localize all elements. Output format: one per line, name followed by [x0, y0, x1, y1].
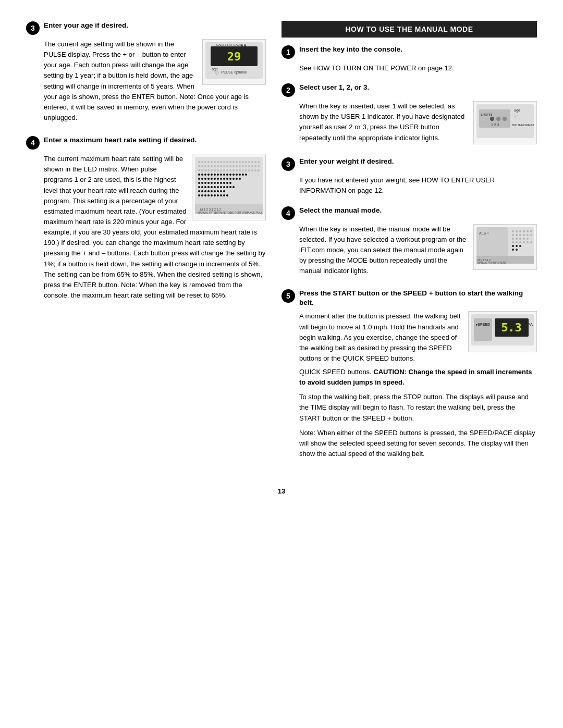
svg-point-139 [220, 194, 222, 196]
step2-header: 2 Select user 1, 2, or 3. [282, 83, 537, 97]
svg-point-23 [239, 161, 241, 163]
svg-point-21 [232, 161, 235, 163]
step4-right-title: Select the manual mode. [299, 206, 382, 215]
svg-point-161 [530, 230, 532, 232]
svg-point-35 [214, 165, 216, 167]
svg-point-24 [242, 161, 244, 163]
svg-point-102 [204, 182, 206, 184]
svg-point-131 [223, 190, 225, 192]
svg-point-178 [530, 241, 532, 243]
svg-point-70 [198, 174, 200, 176]
svg-point-105 [214, 182, 216, 184]
svg-point-50 [198, 169, 200, 171]
svg-point-93 [220, 178, 222, 180]
svg-point-123 [198, 190, 200, 192]
svg-text:MANUAL  FAT BURN  AEROBIC  PER: MANUAL FAT BURN AEROBIC PERFORMANCE PULS… [198, 211, 263, 214]
svg-point-149 [496, 117, 500, 121]
svg-point-158 [519, 230, 521, 232]
svg-point-45 [245, 165, 247, 167]
svg-point-76 [217, 174, 219, 176]
svg-point-122 [232, 186, 235, 188]
svg-point-141 [226, 194, 228, 196]
svg-point-41 [232, 165, 235, 167]
svg-point-7 [241, 44, 243, 46]
svg-point-176 [523, 241, 525, 243]
svg-point-49 [258, 165, 260, 167]
svg-point-100 [198, 182, 200, 184]
svg-point-124 [201, 190, 203, 192]
svg-point-172 [527, 238, 529, 240]
svg-point-20 [229, 161, 231, 163]
svg-point-15 [214, 161, 216, 163]
svg-point-107 [220, 182, 222, 184]
svg-point-150 [503, 117, 507, 121]
svg-point-52 [204, 169, 206, 171]
svg-point-84 [242, 174, 244, 176]
svg-point-114 [207, 186, 210, 188]
step5-body: ●SPEED 5.3 PA A moment after the button … [299, 311, 537, 462]
svg-point-171 [523, 238, 525, 240]
svg-point-135 [207, 194, 210, 196]
svg-point-138 [217, 194, 219, 196]
step4-left-body: LED dots [44, 154, 266, 304]
svg-point-10 [198, 161, 200, 163]
svg-point-16 [217, 161, 219, 163]
svg-point-164 [519, 234, 521, 236]
step1-title: Insert the key into the console. [299, 45, 402, 54]
svg-point-27 [251, 161, 253, 163]
fig-led-matrix: LED dots [192, 154, 266, 220]
svg-point-11 [201, 161, 203, 163]
svg-point-125 [204, 190, 206, 192]
svg-point-148 [490, 117, 494, 121]
step5-caution-bold: CAUTION: Change the speed in small incre… [299, 368, 532, 386]
svg-point-137 [214, 194, 216, 196]
step3-right-header: 3 Enter your weight if desired. [282, 157, 537, 171]
svg-point-42 [236, 165, 238, 167]
svg-text:BIO INFORMAT: BIO INFORMAT [512, 124, 534, 127]
svg-point-91 [214, 178, 216, 180]
svg-point-116 [214, 186, 216, 188]
svg-point-88 [204, 178, 206, 180]
svg-point-175 [519, 241, 521, 243]
svg-point-82 [236, 174, 238, 176]
svg-point-36 [217, 165, 219, 167]
step2-circle: 2 [282, 83, 295, 97]
svg-point-95 [226, 178, 228, 180]
step4-left-title: Enter a maximum heart rate setting if de… [44, 135, 197, 145]
page-layout: 3 Enter your age if desired. 29 age PULS… [26, 21, 537, 472]
svg-point-17 [220, 161, 222, 163]
svg-point-181 [519, 245, 521, 247]
svg-point-127 [211, 190, 213, 192]
svg-point-55 [214, 169, 216, 171]
svg-text:MANUAL  FAT BURN  AERO: MANUAL FAT BURN AERO [478, 262, 507, 264]
svg-point-67 [251, 169, 253, 171]
step5-caution: QUICK SPEED buttons. CAUTION: Change the… [299, 367, 537, 388]
svg-text:age: age [514, 108, 520, 113]
step3-right-body: If you have not entered your weight, see… [299, 175, 537, 196]
svg-point-62 [236, 169, 238, 171]
step1-body: See HOW TO TURN ON THE POWER on page 12. [299, 63, 537, 73]
svg-point-54 [211, 169, 213, 171]
svg-point-97 [232, 178, 235, 180]
step3-right-circle: 3 [282, 157, 295, 171]
svg-point-68 [254, 169, 256, 171]
right-column: HOW TO USE THE MANUAL MODE 1 Insert the … [282, 21, 537, 472]
svg-rect-190 [474, 318, 492, 341]
svg-point-19 [226, 161, 228, 163]
svg-point-61 [232, 169, 235, 171]
svg-text:♡: ♡ [514, 114, 518, 119]
svg-point-12 [204, 161, 206, 163]
svg-point-33 [207, 165, 210, 167]
svg-point-79 [226, 174, 228, 176]
svg-point-126 [207, 190, 210, 192]
svg-point-94 [223, 178, 225, 180]
svg-point-173 [512, 241, 514, 243]
svg-point-30 [198, 165, 200, 167]
step5-title: Press the START button or the SPEED + bu… [299, 289, 537, 307]
svg-point-140 [223, 194, 225, 196]
svg-point-119 [223, 186, 225, 188]
step4-right-body: ALS ○ M 1 2 3 1 2 MANUAL FAT BURN AERO W… [299, 224, 537, 280]
svg-point-128 [214, 190, 216, 192]
svg-point-65 [245, 169, 247, 171]
svg-point-167 [530, 234, 532, 236]
